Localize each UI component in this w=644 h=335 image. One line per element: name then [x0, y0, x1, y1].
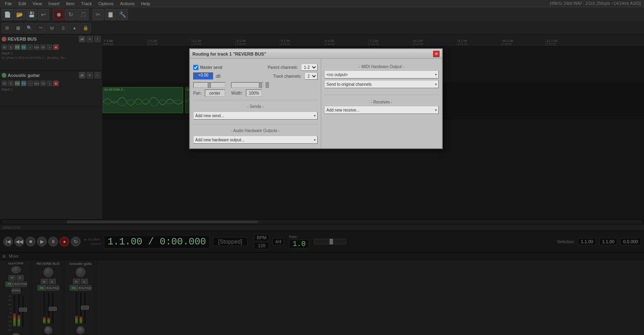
master-send-text: Master send	[200, 65, 222, 70]
track-channels-select[interactable]: 2	[305, 72, 318, 80]
dialog-body: Master send Parent channels: 1-2 +0.00 d…	[190, 59, 442, 148]
no-output-label: <no output>	[326, 72, 348, 77]
pan-value[interactable]: center	[205, 89, 225, 97]
add-receive-dropdown[interactable]: Add new receive... ▾	[324, 106, 439, 114]
width-label: Width:	[231, 91, 243, 95]
pan-slider-row	[193, 82, 318, 88]
hw-outputs-title: - Audio Hardware Outputs -	[193, 128, 318, 133]
master-send-label[interactable]: Master send	[193, 65, 222, 70]
master-send-row: Master send Parent channels: 1-2	[193, 64, 318, 71]
parent-channels-select[interactable]: 1-2	[301, 64, 318, 71]
parent-channels-label: Parent channels:	[268, 65, 298, 70]
receives-section: - Receives - Add new receive... ▾	[324, 95, 439, 114]
width-slider-handle[interactable]	[259, 82, 262, 88]
pan-width-row: Pan: center Width: 100%	[193, 89, 318, 97]
dialog-right-panel: - MIDI Hardware Output - <no output> ▾ S…	[321, 59, 442, 148]
add-hw-output-arrow: ▾	[314, 138, 316, 142]
master-send-checkbox[interactable]	[193, 65, 198, 70]
add-receive-arrow: ▾	[435, 108, 437, 112]
add-hw-output-row: Add new hardware output... ▾	[193, 134, 318, 145]
add-hw-output-label: Add new hardware output...	[195, 138, 244, 142]
midi-hw-section: - MIDI Hardware Output - <no output> ▾ S…	[324, 64, 439, 88]
midi-hw-title: - MIDI Hardware Output -	[324, 64, 439, 69]
hw-outputs-section: - Audio Hardware Outputs - Add new hardw…	[193, 124, 318, 145]
no-output-dropdown[interactable]: <no output> ▾	[324, 70, 439, 79]
dialog-title: Routing for track 1 "REVERB BUS"	[192, 52, 433, 56]
add-send-label: Add new send...	[195, 114, 224, 118]
width-value[interactable]: 100%	[246, 89, 262, 97]
add-send-dropdown[interactable]: Add new send... ▾	[193, 112, 318, 120]
sends-title: - Sends -	[193, 104, 318, 109]
width-slider-track[interactable]	[231, 82, 263, 88]
add-receive-label: Add new receive...	[326, 108, 359, 112]
pan-slider-track[interactable]	[193, 82, 225, 88]
track-channels-label: Track channels:	[273, 74, 301, 79]
pan-label: Pan:	[193, 91, 202, 95]
receives-title: - Receives -	[324, 100, 439, 104]
db-row: +0.00 dB Track channels: 2	[193, 72, 318, 80]
send-to-channels-dropdown[interactable]: Send to original channels ▾	[324, 80, 439, 88]
send-to-channels-label: Send to original channels	[326, 82, 372, 87]
add-send-row: Add new send... ▾	[193, 110, 318, 121]
sends-section: - Sends - Add new send... ▾	[193, 100, 318, 121]
db-unit: dB	[216, 74, 221, 79]
add-send-arrow: ▾	[314, 114, 316, 118]
db-input[interactable]: +0.00	[193, 72, 213, 80]
pan-slider-handle[interactable]	[208, 82, 211, 88]
dialog-close-button[interactable]: ✕	[433, 51, 440, 57]
dialog-titlebar: Routing for track 1 "REVERB BUS" ✕	[190, 49, 442, 59]
slider-end-handle[interactable]	[266, 82, 269, 88]
routing-dialog: Routing for track 1 "REVERB BUS" ✕ Maste…	[189, 48, 443, 149]
send-to-channels-arrow: ▾	[435, 83, 437, 86]
no-output-arrow: ▾	[435, 73, 437, 77]
add-hw-output-dropdown[interactable]: Add new hardware output... ▾	[193, 136, 318, 144]
dialog-left-panel: Master send Parent channels: 1-2 +0.00 d…	[190, 59, 321, 148]
